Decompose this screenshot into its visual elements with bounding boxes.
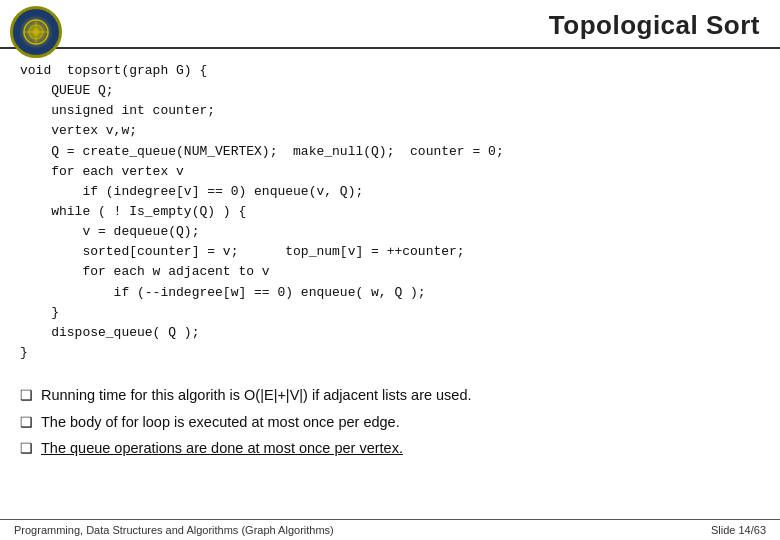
code-line-9: v = dequeue(Q);	[20, 222, 760, 242]
footer-left: Programming, Data Structures and Algorit…	[14, 524, 334, 536]
logo	[10, 6, 62, 58]
code-line-6: for each vertex v	[20, 162, 760, 182]
bullet-text-1: Running time for this algorith is O(|E|+…	[41, 385, 760, 405]
bullet-text-2: The body of for loop is executed at most…	[41, 412, 760, 432]
bullet-icon-1: ❑	[20, 386, 33, 406]
code-line-8: while ( ! Is_empty(Q) ) {	[20, 202, 760, 222]
code-line-2: QUEUE Q;	[20, 81, 760, 101]
bullet-icon-2: ❑	[20, 413, 33, 433]
slide: Topological Sort void topsort(graph G) {…	[0, 0, 780, 540]
slide-title: Topological Sort	[549, 10, 760, 41]
code-line-4: vertex v,w;	[20, 121, 760, 141]
footer-right: Slide 14/63	[711, 524, 766, 536]
code-line-13: }	[20, 303, 760, 323]
code-line-3: unsigned int counter;	[20, 101, 760, 121]
code-content: void topsort(graph G) { QUEUE Q; unsigne…	[0, 49, 780, 381]
code-block: void topsort(graph G) { QUEUE Q; unsigne…	[20, 61, 760, 363]
header: Topological Sort	[0, 0, 780, 49]
svg-point-4	[34, 30, 39, 35]
code-line-15: }	[20, 343, 760, 363]
bullet-text-3: The queue operations are done at most on…	[41, 438, 760, 458]
code-line-1: void topsort(graph G) {	[20, 61, 760, 81]
logo-circle	[10, 6, 62, 58]
logo-inner	[16, 12, 56, 52]
code-line-5: Q = create_queue(NUM_VERTEX); make_null(…	[20, 142, 760, 162]
code-line-10: sorted[counter] = v; top_num[v] = ++coun…	[20, 242, 760, 262]
code-line-11: for each w adjacent to v	[20, 262, 760, 282]
footer: Programming, Data Structures and Algorit…	[0, 519, 780, 540]
bullet-icon-3: ❑	[20, 439, 33, 459]
bullet-item-3: ❑ The queue operations are done at most …	[20, 438, 760, 459]
code-line-14: dispose_queue( Q );	[20, 323, 760, 343]
bullet-item-2: ❑ The body of for loop is executed at mo…	[20, 412, 760, 433]
logo-svg	[22, 18, 50, 46]
code-line-7: if (indegree[v] == 0) enqueue(v, Q);	[20, 182, 760, 202]
bullet-item-1: ❑ Running time for this algorith is O(|E…	[20, 385, 760, 406]
bullet-section: ❑ Running time for this algorith is O(|E…	[0, 381, 780, 459]
code-line-12: if (--indegree[w] == 0) enqueue( w, Q );	[20, 283, 760, 303]
